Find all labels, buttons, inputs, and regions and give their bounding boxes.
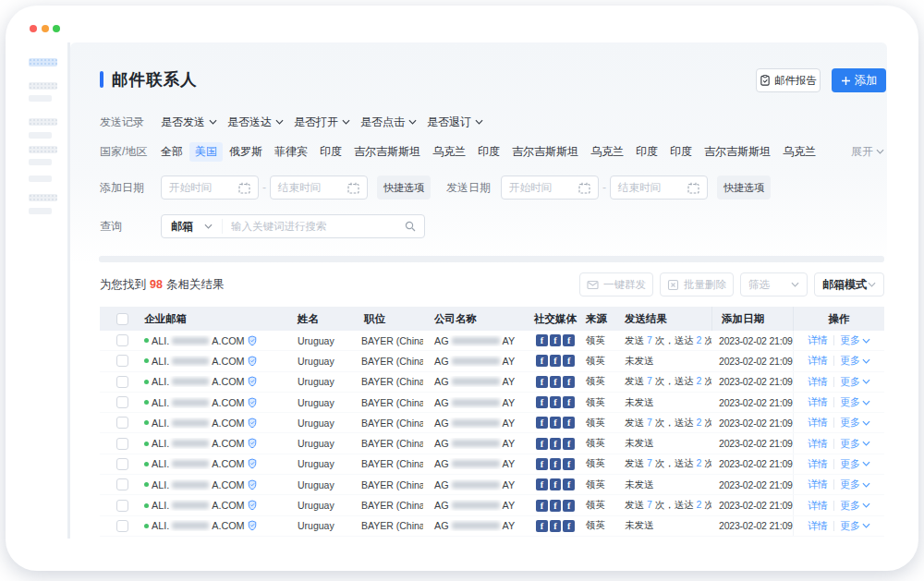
detail-link[interactable]: 详情	[808, 437, 828, 451]
detail-link[interactable]: 详情	[808, 478, 828, 491]
row-checkbox[interactable]	[116, 396, 128, 408]
facebook-icon[interactable]: f	[563, 396, 575, 408]
shield-icon[interactable]	[248, 479, 257, 490]
filter-select[interactable]: 筛选	[740, 272, 808, 297]
more-link[interactable]: 更多	[840, 499, 870, 513]
country-chip[interactable]: 吉尔吉斯斯坦	[704, 144, 771, 160]
facebook-icon[interactable]: f	[563, 520, 575, 532]
country-chip[interactable]: 美国	[189, 142, 223, 162]
sidebar-item-skeleton[interactable]	[29, 146, 57, 153]
sidebar-item-skeleton[interactable]	[29, 159, 52, 165]
add-button[interactable]: 添加	[832, 68, 886, 92]
shield-icon[interactable]	[248, 335, 257, 346]
shield-icon[interactable]	[248, 500, 257, 511]
row-checkbox[interactable]	[116, 458, 128, 470]
send-filter-3[interactable]: 是否点击	[360, 115, 417, 130]
row-checkbox[interactable]	[116, 376, 128, 388]
send-filter-4[interactable]: 是否退订	[427, 115, 483, 130]
facebook-icon[interactable]: f	[536, 417, 548, 429]
sidebar-item-skeleton[interactable]	[29, 194, 57, 201]
search-input[interactable]	[223, 221, 405, 232]
facebook-icon[interactable]: f	[563, 334, 575, 346]
shield-icon[interactable]	[248, 438, 257, 449]
close-window-button[interactable]	[30, 25, 37, 32]
facebook-icon[interactable]: f	[550, 438, 562, 450]
detail-link[interactable]: 详情	[808, 416, 828, 430]
facebook-icon[interactable]: f	[550, 520, 562, 532]
row-checkbox[interactable]	[116, 478, 128, 490]
country-chip[interactable]: 吉尔吉斯斯坦	[354, 144, 420, 160]
row-checkbox[interactable]	[116, 520, 128, 532]
detail-link[interactable]: 详情	[808, 333, 828, 347]
more-link[interactable]: 更多	[840, 437, 870, 451]
shield-icon[interactable]	[248, 520, 257, 531]
facebook-icon[interactable]: f	[536, 458, 548, 470]
country-chip[interactable]: 菲律宾	[274, 144, 308, 160]
country-chip[interactable]: 吉尔吉斯斯坦	[512, 144, 578, 160]
mode-select[interactable]: 邮箱模式	[814, 272, 884, 297]
sidebar-item-active-skeleton[interactable]	[29, 58, 57, 67]
maximize-window-button[interactable]	[53, 25, 60, 32]
shield-icon[interactable]	[248, 356, 257, 367]
facebook-icon[interactable]: f	[563, 355, 575, 367]
facebook-icon[interactable]: f	[536, 438, 548, 450]
mail-report-button[interactable]: 邮件报告	[756, 68, 821, 92]
facebook-icon[interactable]: f	[550, 334, 562, 346]
row-checkbox[interactable]	[116, 438, 128, 450]
query-type-select[interactable]: 邮箱	[162, 219, 223, 234]
detail-link[interactable]: 详情	[808, 354, 828, 368]
add-date-start-input[interactable]: 开始时间	[161, 176, 259, 200]
detail-link[interactable]: 详情	[808, 395, 828, 409]
more-link[interactable]: 更多	[840, 375, 870, 389]
more-link[interactable]: 更多	[840, 416, 870, 430]
facebook-icon[interactable]: f	[563, 417, 575, 429]
detail-link[interactable]: 详情	[808, 499, 828, 513]
select-all-checkbox[interactable]	[116, 313, 128, 325]
add-date-quick-options-button[interactable]: 快捷选项	[377, 176, 431, 200]
minimize-window-button[interactable]	[42, 25, 49, 32]
facebook-icon[interactable]: f	[550, 417, 562, 429]
row-checkbox[interactable]	[116, 355, 128, 367]
country-chip[interactable]: 俄罗斯	[229, 144, 262, 160]
facebook-icon[interactable]: f	[550, 376, 562, 388]
sidebar-item-skeleton[interactable]	[29, 118, 57, 126]
facebook-icon[interactable]: f	[536, 334, 548, 346]
more-link[interactable]: 更多	[840, 395, 870, 409]
search-icon[interactable]	[405, 221, 424, 232]
facebook-icon[interactable]: f	[550, 396, 562, 408]
country-chip[interactable]: 全部	[161, 144, 183, 160]
facebook-icon[interactable]: f	[563, 376, 575, 388]
facebook-icon[interactable]: f	[550, 458, 562, 470]
facebook-icon[interactable]: f	[563, 500, 575, 512]
bulk-delete-button[interactable]: 批量删除	[660, 272, 734, 297]
sidebar-item-skeleton[interactable]	[29, 132, 52, 139]
sidebar-item-skeleton[interactable]	[29, 208, 52, 214]
send-date-end-input[interactable]: 结束时间	[610, 176, 708, 200]
facebook-icon[interactable]: f	[536, 478, 548, 490]
country-chip[interactable]: 印度	[320, 144, 342, 160]
row-checkbox[interactable]	[116, 500, 128, 512]
facebook-icon[interactable]: f	[550, 355, 562, 367]
facebook-icon[interactable]: f	[563, 458, 575, 470]
send-filter-1[interactable]: 是否送达	[227, 115, 284, 130]
row-checkbox[interactable]	[116, 417, 128, 429]
sidebar-item-skeleton[interactable]	[29, 176, 52, 182]
country-chip[interactable]: 乌克兰	[783, 144, 816, 160]
detail-link[interactable]: 详情	[808, 375, 828, 389]
add-date-end-input[interactable]: 结束时间	[270, 176, 368, 200]
detail-link[interactable]: 详情	[808, 457, 828, 471]
facebook-icon[interactable]: f	[536, 396, 548, 408]
facebook-icon[interactable]: f	[563, 478, 575, 490]
detail-link[interactable]: 详情	[808, 519, 828, 533]
shield-icon[interactable]	[248, 418, 257, 429]
country-chip[interactable]: 乌克兰	[590, 144, 624, 160]
shield-icon[interactable]	[248, 458, 257, 469]
country-chip[interactable]: 乌克兰	[432, 144, 466, 160]
bulk-send-button[interactable]: 一键群发	[579, 272, 653, 297]
more-link[interactable]: 更多	[840, 354, 870, 368]
facebook-icon[interactable]: f	[536, 376, 548, 388]
send-filter-0[interactable]: 是否发送	[161, 115, 217, 130]
more-link[interactable]: 更多	[840, 519, 870, 533]
send-filter-2[interactable]: 是否打开	[294, 115, 350, 130]
facebook-icon[interactable]: f	[536, 355, 548, 367]
